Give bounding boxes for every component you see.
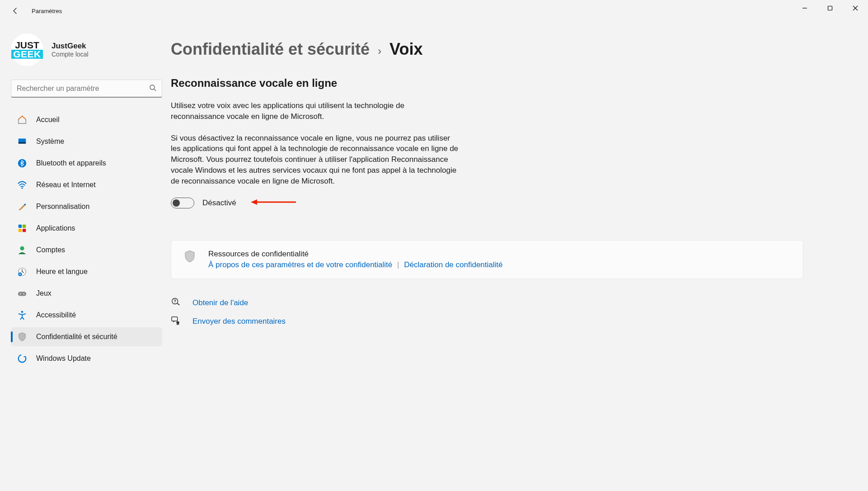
privacy-resources-card: Ressources de confidentialité À propos d… [171, 240, 803, 279]
search-input[interactable] [17, 85, 149, 93]
avatar-line2: GEEK [11, 50, 43, 59]
close-button[interactable] [843, 0, 868, 16]
sidebar-item-accueil[interactable]: Accueil [11, 110, 162, 129]
sidebar-item-label: Accueil [36, 116, 60, 124]
titlebar: Paramètres [0, 0, 868, 22]
svg-rect-24 [172, 316, 178, 321]
svg-point-17 [20, 293, 21, 294]
sidebar-item-label: Windows Update [36, 354, 91, 363]
maximize-button[interactable] [817, 0, 843, 16]
card-title: Ressources de confidentialité [208, 250, 791, 259]
svg-point-25 [176, 321, 179, 324]
search-box[interactable] [11, 80, 162, 98]
gamepad-icon [17, 288, 27, 298]
toggle-label: Désactivé [202, 198, 236, 208]
avatar-line1: JUST [15, 41, 39, 50]
chevron-right-icon: › [378, 45, 381, 57]
sidebar-item-personnalisation[interactable]: Personnalisation [11, 197, 162, 216]
home-icon [17, 115, 27, 125]
get-help-row: Obtenir de l'aide [171, 297, 832, 309]
svg-point-13 [20, 246, 24, 250]
accessibility-icon [17, 310, 27, 320]
sidebar-item-label: Applications [36, 224, 75, 232]
breadcrumb: Confidentialité et sécurité › Voix [171, 40, 832, 59]
section-heading: Reconnaissance vocale en ligne [171, 77, 832, 90]
annotation-arrow-icon [251, 198, 296, 208]
profile-name: JustGeek [52, 42, 89, 51]
toggle-knob [173, 199, 180, 207]
sidebar-item-comptes[interactable]: Comptes [11, 241, 162, 260]
svg-point-2 [150, 85, 155, 90]
breadcrumb-current: Voix [389, 40, 422, 59]
shield-icon [183, 250, 197, 265]
sidebar-item-label: Réseau et Internet [36, 181, 96, 189]
svg-point-18 [23, 293, 24, 294]
system-icon [17, 137, 27, 146]
update-icon [17, 354, 27, 364]
sidebar-item-bluetooth[interactable]: Bluetooth et appareils [11, 154, 162, 173]
svg-point-20 [19, 355, 26, 363]
sidebar-item-label: Comptes [36, 246, 65, 254]
profile[interactable]: JUST GEEK JustGeek Compte local [11, 33, 163, 66]
sidebar-item-label: Confidentialité et sécurité [36, 333, 117, 341]
back-button[interactable] [8, 4, 23, 18]
svg-point-7 [22, 188, 23, 189]
sidebar-item-jeux[interactable]: Jeux [11, 284, 162, 303]
minimize-button[interactable] [792, 0, 817, 16]
sidebar: JUST GEEK JustGeek Compte local Accueil [0, 22, 167, 491]
brush-icon [17, 202, 27, 212]
svg-rect-9 [19, 225, 22, 228]
apps-icon [17, 223, 27, 233]
person-icon [17, 245, 27, 255]
sidebar-item-label: Personnalisation [36, 203, 89, 211]
svg-rect-11 [19, 229, 22, 232]
privacy-settings-link[interactable]: À propos de ces paramètres et de votre c… [208, 260, 392, 269]
voice-recognition-toggle[interactable] [171, 198, 194, 208]
sidebar-item-label: Bluetooth et appareils [36, 159, 106, 167]
send-feedback-row: Envoyer des commentaires [171, 316, 832, 328]
svg-point-19 [21, 311, 23, 313]
feedback-icon [171, 316, 181, 328]
sidebar-item-confidentialite[interactable]: Confidentialité et sécurité [11, 327, 162, 346]
sidebar-item-label: Jeux [36, 289, 52, 297]
profile-subtitle: Compte local [52, 51, 89, 58]
svg-line-3 [154, 89, 156, 91]
window-title: Paramètres [32, 8, 62, 14]
sidebar-item-label: Système [36, 137, 64, 146]
breadcrumb-parent[interactable]: Confidentialité et sécurité [171, 40, 370, 59]
main-content: Confidentialité et sécurité › Voix Recon… [167, 22, 868, 491]
shield-icon [17, 332, 27, 342]
description-2: Si vous désactivez la reconnaissance voc… [171, 133, 460, 187]
bluetooth-icon [17, 158, 27, 168]
wifi-icon [17, 180, 27, 190]
sidebar-item-windows-update[interactable]: Windows Update [11, 349, 162, 368]
sidebar-item-heure[interactable]: Heure et langue [11, 262, 162, 281]
svg-point-23 [174, 302, 175, 303]
svg-rect-1 [828, 6, 832, 10]
get-help-link[interactable]: Obtenir de l'aide [192, 298, 248, 307]
clock-icon [17, 267, 27, 277]
search-icon [149, 84, 156, 93]
avatar: JUST GEEK [11, 33, 43, 66]
link-separator: | [397, 260, 399, 269]
svg-rect-12 [23, 229, 26, 232]
svg-rect-5 [19, 142, 26, 144]
svg-rect-10 [23, 225, 26, 228]
sidebar-item-label: Heure et langue [36, 268, 88, 276]
privacy-statement-link[interactable]: Déclaration de confidentialité [404, 260, 502, 269]
send-feedback-link[interactable]: Envoyer des commentaires [192, 317, 286, 326]
svg-rect-16 [18, 292, 26, 296]
nav-list: Accueil Système Bluetooth et appareils R… [11, 110, 163, 368]
sidebar-item-label: Accessibilité [36, 311, 76, 319]
sidebar-item-systeme[interactable]: Système [11, 132, 162, 151]
sidebar-item-applications[interactable]: Applications [11, 219, 162, 238]
svg-point-8 [24, 204, 26, 206]
sidebar-item-reseau[interactable]: Réseau et Internet [11, 175, 162, 194]
help-icon [171, 297, 181, 309]
sidebar-item-accessibilite[interactable]: Accessibilité [11, 306, 162, 325]
description-1: Utilisez votre voix avec les application… [171, 100, 460, 122]
